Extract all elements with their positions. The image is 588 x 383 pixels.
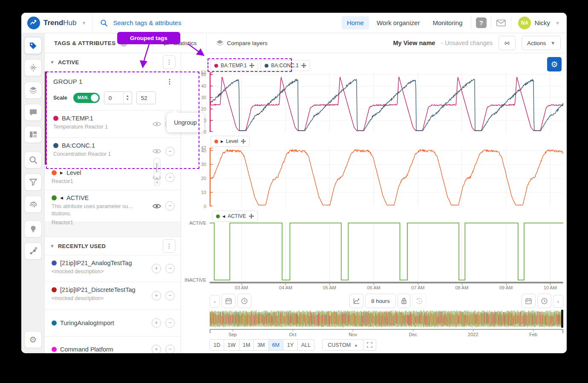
actions-button[interactable]: Actions ▼ <box>522 36 561 50</box>
active-section-menu-button[interactable]: ⋮ <box>163 55 176 69</box>
add-circle-icon[interactable]: + <box>152 318 161 328</box>
collapse-caret-icon[interactable]: ▼ <box>50 243 55 249</box>
temp-conc-chart[interactable] <box>210 72 563 132</box>
range-all-button[interactable]: ALL <box>298 339 314 351</box>
compare-layers-button[interactable]: Compare layers <box>206 33 277 53</box>
panel-resize-handle[interactable] <box>154 157 160 178</box>
active-digital-chart[interactable] <box>210 221 563 282</box>
move-icon[interactable] <box>301 63 306 68</box>
range-1y-button[interactable]: 1Y <box>283 339 298 351</box>
tag-description-2: Reactor1 <box>52 219 176 226</box>
rail-context-button[interactable] <box>24 243 42 260</box>
nav-monitoring[interactable]: Monitoring <box>427 16 467 29</box>
calendar-end-button[interactable] <box>522 294 536 308</box>
messages-button[interactable] <box>491 20 511 26</box>
recent-row-analog-test[interactable]: [21ip]IP21_AnalogTestTag <mocked descrip… <box>45 255 181 282</box>
recent-row-discrete-test[interactable]: [21ip]IP21_DiscreteTestTag <mocked descr… <box>45 282 181 309</box>
live-broadcast-button[interactable] <box>499 36 516 50</box>
x-axis-labels: 03 AM04 AM05 AM06 AM07 AM08 AM09 AM10 AM <box>210 284 563 291</box>
rail-tags-button[interactable] <box>24 37 42 54</box>
stepper-arrows[interactable]: ▲▼ <box>123 92 132 104</box>
pan-right-button[interactable]: › <box>553 295 563 308</box>
duration-button[interactable]: 8 hours <box>365 294 396 308</box>
clock-start-button[interactable] <box>237 294 251 308</box>
scale-min-input[interactable] <box>104 92 123 104</box>
scale-mode-toggle[interactable]: MAN. <box>73 93 100 103</box>
remove-circle-icon[interactable]: − <box>165 291 175 300</box>
nav-home[interactable]: Home <box>342 16 369 29</box>
rail-fingerprint-button[interactable] <box>24 196 42 213</box>
user-menu[interactable]: NA Nicky ▼ <box>511 17 567 29</box>
scale-max-input[interactable] <box>137 92 156 104</box>
range-6m-button[interactable]: 6M <box>269 339 283 351</box>
rail-recommendations-button[interactable] <box>24 220 42 237</box>
chart3-y-axis-labels: ACTIVEINACTIVE <box>183 221 210 282</box>
search-input[interactable] <box>112 19 257 27</box>
clock-end-button[interactable] <box>537 294 551 308</box>
timeline-overview-strip[interactable] <box>210 310 563 328</box>
recent-row-turing-analog[interactable]: TuringAnalogImport + − <box>45 310 181 336</box>
legend-chip-level[interactable]: ▶ Level <box>210 136 250 147</box>
tag-row-ba-conc[interactable]: BA:CONC.1 Concentration Reactor 1 − <box>46 138 181 165</box>
move-icon[interactable] <box>241 139 246 144</box>
add-circle-icon[interactable]: + <box>152 264 161 273</box>
eye-icon[interactable] <box>153 149 161 154</box>
fit-frame-button[interactable] <box>363 339 376 351</box>
legend-chip-active[interactable]: ◀ ACTIVE <box>212 211 258 222</box>
remove-circle-icon[interactable]: − <box>165 318 175 328</box>
range-1d-button[interactable]: 1D <box>210 339 224 351</box>
tag-row-ba-temp[interactable]: BA:TEMP.1 Temperature Reactor 1 − <box>46 111 181 137</box>
x-axis-tick <box>293 329 293 332</box>
remove-circle-icon[interactable]: − <box>165 173 175 182</box>
level-chart[interactable] <box>210 148 563 206</box>
legend-chip-ba-conc[interactable]: BA:CONC.1 <box>261 60 310 71</box>
move-icon[interactable] <box>249 214 254 219</box>
history-button[interactable] <box>412 294 426 308</box>
rail-search-button[interactable] <box>24 151 42 169</box>
envelope-icon <box>496 20 506 26</box>
nav-work-organizer[interactable]: Work organizer <box>372 16 425 29</box>
help-icon: ? <box>476 17 487 28</box>
move-icon[interactable] <box>249 63 254 68</box>
tag-row-active-attr[interactable]: ◀ ACTIVE This attribute uses parameter s… <box>45 190 181 222</box>
help-button[interactable]: ? <box>471 17 491 28</box>
collapse-caret-icon[interactable]: ▼ <box>50 60 55 65</box>
chevron-down-icon[interactable]: ▼ <box>81 20 86 26</box>
chevron-down-icon: ▼ <box>551 40 555 46</box>
app-logo[interactable]: TrendHub ▼ <box>21 17 92 29</box>
range-1w-button[interactable]: 1W <box>224 339 239 351</box>
eye-icon[interactable] <box>153 121 161 127</box>
y-tick-label: 40 <box>201 148 206 153</box>
chart-settings-button[interactable]: ⚙ <box>547 57 562 71</box>
tag-row-level[interactable]: ▶ Level Reactor1 − <box>45 165 181 190</box>
eye-icon[interactable] <box>153 203 161 209</box>
range-3m-button[interactable]: 3M <box>254 339 268 351</box>
lock-duration-button[interactable] <box>398 294 410 308</box>
recently-used-menu-button[interactable]: ⋮ <box>163 239 176 253</box>
range-1m-button[interactable]: 1M <box>239 339 254 351</box>
rail-comments-button[interactable] <box>24 104 42 121</box>
calendar-start-button[interactable] <box>222 294 236 308</box>
pan-left-button[interactable]: ‹ <box>210 295 220 308</box>
ungroup-menu-item[interactable]: Ungroup <box>167 113 204 132</box>
group-menu-button[interactable]: ⋮ <box>164 77 176 86</box>
recent-row-command-platform[interactable]: Command Platform + − <box>45 337 181 353</box>
remove-circle-icon[interactable]: − <box>165 147 175 156</box>
remove-circle-icon[interactable]: − <box>165 264 175 273</box>
legend-chip-ba-temp[interactable]: BA:TEMP.1 <box>210 60 258 71</box>
rail-filter-button[interactable] <box>24 174 42 191</box>
custom-range-button[interactable]: CUSTOM▲ <box>322 339 363 351</box>
rail-dashboard-button[interactable] <box>24 126 42 143</box>
gear-icon: ⚙ <box>551 60 558 69</box>
add-circle-icon[interactable]: + <box>152 291 161 300</box>
remove-circle-icon[interactable]: − <box>165 345 175 353</box>
add-circle-icon[interactable]: + <box>152 345 161 353</box>
global-search[interactable] <box>92 19 342 27</box>
rail-layers-button[interactable] <box>24 82 42 99</box>
compressed-view-button[interactable] <box>349 294 363 308</box>
rail-formulas-button[interactable] <box>24 59 42 76</box>
legend-label: ACTIVE <box>228 213 246 219</box>
remove-circle-icon[interactable]: − <box>165 201 175 211</box>
rail-settings-button[interactable]: ⚙ <box>24 331 42 348</box>
panel-close-button[interactable]: ✕ <box>154 180 160 186</box>
